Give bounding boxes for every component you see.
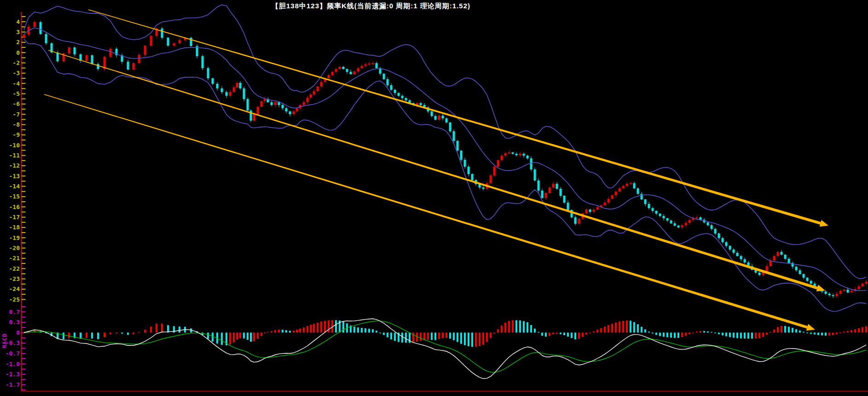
trend-arrow-shaft[interactable]: [48, 50, 818, 289]
main-axis-label: -12: [9, 162, 20, 169]
trend-arrow-shaft[interactable]: [44, 94, 808, 328]
main-axis-label: -6: [12, 100, 20, 107]
main-axis-label: -20: [9, 245, 20, 251]
main-axis-label: -17: [9, 214, 20, 221]
main-axis-label: -24: [9, 285, 20, 292]
main-axis-label: -4: [12, 80, 20, 87]
main-axis-label: -14: [9, 183, 20, 190]
main-axis-label: -8: [12, 121, 20, 128]
candlesticks[interactable]: [23, 21, 868, 298]
main-axis-label: -22: [9, 265, 20, 272]
main-axis-label: -11: [9, 152, 20, 159]
main-axis-label: -19: [9, 234, 20, 241]
main-axis-label: -15: [9, 193, 20, 200]
trend-arrow-shaft[interactable]: [88, 9, 821, 225]
main-axis-label: 2: [16, 39, 20, 46]
main-axis-label: -16: [9, 204, 20, 210]
main-axis-label: -7: [12, 111, 20, 118]
trend-arrow-head[interactable]: [820, 220, 828, 227]
main-axis-label: -2: [12, 59, 20, 66]
macd-axis-label: 0.3: [9, 319, 20, 326]
macd-axis-label: 0: [16, 329, 20, 336]
chart-window: 【胆138中123】频率K线(当前遗漏:0 周期:1 理论周期:1.52) 43…: [0, 0, 868, 396]
main-axis-label: -21: [9, 255, 20, 262]
macd-axis-label: -0.7: [6, 350, 20, 357]
macd-panel[interactable]: [23, 319, 867, 379]
main-axis-label: -3: [12, 70, 20, 76]
main-axis-label: -13: [9, 173, 20, 180]
macd-axis-label: 0.7: [9, 309, 20, 315]
trend-arrow-head[interactable]: [806, 324, 815, 331]
macd-panel-label: MACD: [1, 332, 8, 350]
trend-arrows[interactable]: [44, 9, 828, 331]
kline-chart-canvas[interactable]: 4320-2-3-4-5-6-7-8-9-10-11-12-13-14-15-1…: [0, 0, 868, 396]
boll-middle: [24, 28, 866, 291]
main-axis-label: 4: [16, 18, 20, 25]
macd-axis-label: -1.3: [6, 371, 20, 378]
main-axis-label: -5: [12, 90, 20, 97]
macd-axis-label: -1.7: [6, 381, 20, 388]
boll-upper: [24, 5, 866, 279]
main-axis-label: -18: [9, 224, 20, 231]
main-axis-label: -25: [9, 296, 20, 303]
main-axis-label: -23: [9, 275, 20, 282]
trend-arrow-head[interactable]: [816, 285, 825, 291]
main-axis-label: -10: [9, 142, 20, 149]
boll-lower: [24, 39, 866, 311]
macd-axis-label: -1.0: [6, 361, 20, 367]
main-axis-label: 0: [16, 49, 20, 56]
main-axis-label: 3: [16, 29, 20, 35]
y-axis: 4320-2-3-4-5-6-7-8-9-10-11-12-13-14-15-1…: [6, 12, 868, 391]
main-axis-label: -9: [12, 131, 20, 138]
